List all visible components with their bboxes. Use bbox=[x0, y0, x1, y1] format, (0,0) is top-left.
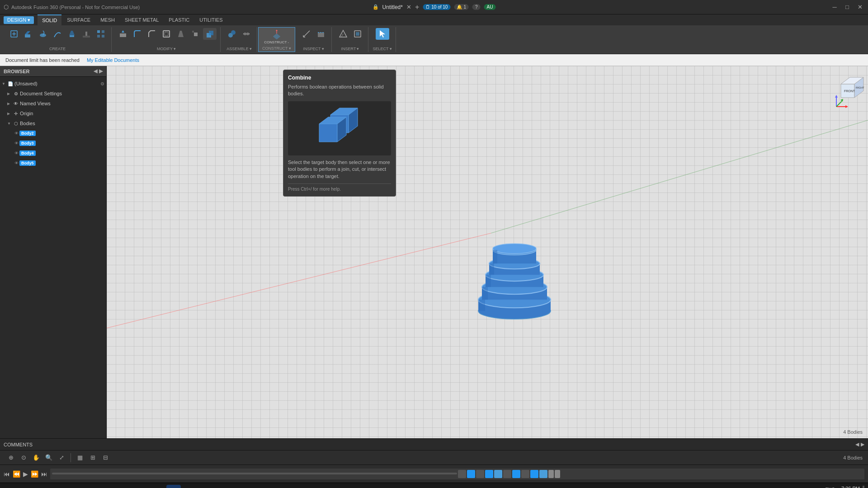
tab-utilities[interactable]: UTILITIES bbox=[195, 14, 227, 25]
teams-taskbar[interactable]: 💬 bbox=[101, 485, 116, 488]
timeline-end-btn[interactable]: ⏭ bbox=[41, 470, 47, 478]
comments-collapse-icon[interactable]: ▶ bbox=[861, 441, 864, 447]
insert-dropdown-arrow[interactable]: ▾ bbox=[357, 47, 359, 51]
select-dropdown-arrow[interactable]: ▾ bbox=[390, 47, 392, 51]
task-view-button[interactable]: 🗗 bbox=[36, 485, 51, 488]
press-pull-button[interactable] bbox=[116, 28, 130, 40]
timeline-item-2[interactable] bbox=[476, 470, 484, 478]
tab-sheet-metal[interactable]: SHEET METAL bbox=[120, 14, 163, 25]
timeline-prev-btn[interactable]: ⏪ bbox=[13, 470, 20, 478]
new-tab-button[interactable]: + bbox=[415, 3, 419, 11]
insert-canvas-button[interactable] bbox=[351, 28, 364, 40]
select-button[interactable] bbox=[376, 28, 389, 40]
timeline-item-3[interactable] bbox=[485, 470, 493, 478]
browser-item-named-views[interactable]: ▶ 👁 Named Views bbox=[0, 99, 106, 108]
modify-dropdown-arrow[interactable]: ▾ bbox=[174, 47, 176, 51]
timeline-item-11[interactable] bbox=[555, 470, 560, 478]
section-analysis-button[interactable] bbox=[314, 28, 328, 40]
tab-surface[interactable]: SURFACE bbox=[62, 14, 95, 25]
eye-icon-body3[interactable]: 👁 bbox=[14, 141, 19, 145]
orbit-button[interactable]: ⊕ bbox=[5, 452, 16, 463]
browser-item-origin[interactable]: ▶ ✛ Origin bbox=[0, 108, 106, 118]
combine-button[interactable] bbox=[203, 28, 217, 40]
shell-button[interactable] bbox=[160, 28, 173, 40]
rib-button[interactable] bbox=[80, 28, 93, 40]
browser-item-bodies[interactable]: ▼ ⬡ Bodies bbox=[0, 118, 106, 128]
browser-item-doc-settings[interactable]: ▶ ⚙ Document Settings bbox=[0, 89, 106, 99]
browser-item-body4[interactable]: 👁 Body4 bbox=[0, 148, 106, 158]
display-settings-button[interactable]: ▦ bbox=[75, 452, 85, 463]
browser-item-body2[interactable]: 👁 Body2 bbox=[0, 128, 106, 138]
browser-left-arrow[interactable]: ◀ bbox=[94, 68, 97, 74]
view-settings-button[interactable]: ⊞ bbox=[87, 452, 98, 463]
timeline-start-btn[interactable]: ⏮ bbox=[4, 470, 10, 478]
edge-browser-taskbar[interactable]: 🌐 bbox=[69, 485, 83, 488]
chrome-taskbar[interactable]: ○ bbox=[118, 485, 132, 488]
timeline-item-0[interactable] bbox=[458, 470, 466, 478]
timeline-item-10[interactable] bbox=[548, 470, 554, 478]
notification-badge[interactable]: 🔔 🔔 1 bbox=[454, 4, 469, 10]
widgets-button[interactable]: ⊞ bbox=[52, 485, 67, 488]
timeline-play-btn[interactable]: ▶ bbox=[23, 470, 28, 478]
construct-plane-button[interactable]: CONSTRUCT - bbox=[262, 28, 291, 45]
maximize-button[interactable]: □ bbox=[843, 3, 852, 12]
app-taskbar-1[interactable]: 📧 bbox=[134, 485, 148, 488]
settings-taskbar[interactable]: ⚙ bbox=[183, 485, 197, 488]
search-button[interactable]: 🔍 bbox=[20, 485, 34, 488]
eye-icon-body5[interactable]: 👁 bbox=[14, 161, 19, 165]
loft-button[interactable] bbox=[65, 28, 79, 40]
assemble-dropdown-arrow[interactable]: ▾ bbox=[250, 47, 252, 51]
browser-item-body5[interactable]: 👁 Body5 bbox=[0, 158, 106, 168]
insert-mesh-button[interactable] bbox=[336, 28, 350, 40]
close-doc-button[interactable]: ✕ bbox=[406, 4, 411, 10]
timeline-item-7[interactable] bbox=[521, 470, 529, 478]
design-dropdown[interactable]: DESIGN ▾ bbox=[4, 16, 34, 24]
app-taskbar-2[interactable]: 🎮 bbox=[150, 485, 165, 488]
comments-expand-icon[interactable]: ◀ bbox=[855, 441, 859, 447]
draft-button[interactable] bbox=[174, 28, 188, 40]
browser-right-arrow[interactable]: ▶ bbox=[99, 68, 103, 74]
timeline-item-6[interactable] bbox=[512, 470, 520, 478]
close-button[interactable]: ✕ bbox=[855, 3, 864, 12]
revolve-button[interactable] bbox=[36, 28, 50, 40]
timeline-item-9[interactable] bbox=[539, 470, 547, 478]
chamfer-button[interactable] bbox=[145, 28, 159, 40]
minimize-button[interactable]: ─ bbox=[830, 3, 839, 12]
fusion360-taskbar[interactable]: F bbox=[166, 485, 181, 488]
browser-item-body3[interactable]: 👁 Body3 bbox=[0, 138, 106, 148]
scale-button[interactable] bbox=[189, 28, 202, 40]
browser-item-unsaved[interactable]: ▼ 📄 (Unsaved) ⚙ bbox=[0, 79, 106, 89]
zoom-button[interactable]: 🔍 bbox=[43, 452, 54, 463]
start-button[interactable] bbox=[4, 485, 18, 488]
inspect-dropdown-arrow[interactable]: ▾ bbox=[322, 47, 324, 51]
extrude-button[interactable] bbox=[22, 28, 35, 40]
help-badge[interactable]: ? bbox=[472, 4, 481, 10]
fillet-button[interactable] bbox=[131, 28, 144, 40]
timeline-item-1[interactable] bbox=[467, 470, 475, 478]
motion-link-button[interactable] bbox=[240, 28, 253, 40]
tab-mesh[interactable]: MESH bbox=[96, 14, 119, 25]
user-badge[interactable]: AU bbox=[484, 4, 496, 10]
eye-icon-body2[interactable]: 👁 bbox=[14, 131, 19, 136]
viewport[interactable]: Combine Performs boolean operations betw… bbox=[107, 66, 868, 438]
editable-docs-link[interactable]: My Editable Documents bbox=[87, 57, 139, 63]
tab-solid[interactable]: SOLID bbox=[38, 14, 61, 25]
pattern-button[interactable] bbox=[94, 28, 108, 40]
timeline-item-8[interactable] bbox=[530, 470, 538, 478]
measure-button[interactable] bbox=[300, 28, 313, 40]
show-desktop-button[interactable] bbox=[863, 486, 864, 488]
unsaved-options-icon[interactable]: ⚙ bbox=[100, 81, 104, 86]
construct-dropdown-arrow[interactable]: ▾ bbox=[289, 46, 291, 51]
pan-button[interactable]: ✋ bbox=[31, 452, 42, 463]
grid-settings-button[interactable]: ⊟ bbox=[100, 452, 111, 463]
new-component-button[interactable] bbox=[7, 28, 21, 40]
joint-button[interactable] bbox=[225, 28, 239, 40]
view-cube-svg[interactable]: FRONT RIGHT bbox=[832, 75, 868, 111]
timeline-item-5[interactable] bbox=[503, 470, 511, 478]
timeline-next-btn[interactable]: ⏩ bbox=[31, 470, 38, 478]
file-explorer-taskbar[interactable]: 📁 bbox=[85, 485, 99, 488]
look-at-button[interactable]: ⊙ bbox=[18, 452, 29, 463]
tab-plastic[interactable]: PLASTIC bbox=[164, 14, 194, 25]
eye-icon-body4[interactable]: 👁 bbox=[14, 151, 19, 155]
zoom-fit-button[interactable]: ⤢ bbox=[56, 452, 67, 463]
